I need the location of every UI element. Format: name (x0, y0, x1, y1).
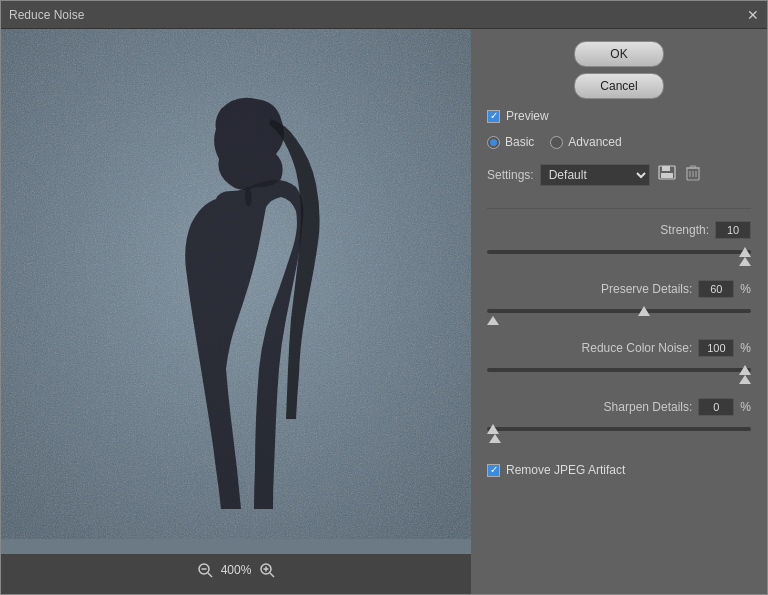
preserve-details-slider[interactable] (487, 309, 751, 313)
close-button[interactable]: ✕ (747, 7, 759, 23)
delete-settings-button[interactable] (684, 163, 702, 186)
svg-rect-11 (662, 166, 670, 171)
preserve-details-label: Preserve Details: (601, 282, 692, 296)
sharpen-details-percent: % (740, 400, 751, 414)
controls-area: OK Cancel ✓ Preview Basic Advanced (471, 29, 767, 594)
cancel-button[interactable]: Cancel (574, 73, 664, 99)
sharpen-details-slider[interactable] (487, 427, 751, 431)
basic-radio[interactable]: Basic (487, 135, 534, 149)
advanced-label: Advanced (568, 135, 621, 149)
reduce-color-noise-label-row: Reduce Color Noise: 100 % (487, 339, 751, 357)
settings-select[interactable]: Default Custom (540, 164, 650, 186)
preserve-details-label-row: Preserve Details: 60 % (487, 280, 751, 298)
preview-row: ✓ Preview (487, 109, 751, 123)
advanced-radio[interactable]: Advanced (550, 135, 621, 149)
reduce-color-noise-percent: % (740, 341, 751, 355)
checkbox-check-icon: ✓ (490, 111, 498, 121)
basic-radio-circle (487, 136, 500, 149)
reduce-noise-dialog: Reduce Noise ✕ (0, 0, 768, 595)
reduce-color-noise-slider[interactable] (487, 368, 751, 372)
title-bar: Reduce Noise ✕ (1, 1, 767, 29)
reduce-color-noise-thumb-indicator (739, 375, 751, 384)
sharpen-details-group: Sharpen Details: 0 % (487, 398, 751, 443)
advanced-radio-circle (550, 136, 563, 149)
svg-line-7 (270, 573, 274, 577)
svg-rect-12 (661, 173, 673, 178)
strength-value[interactable]: 10 (715, 221, 751, 239)
svg-rect-15 (690, 166, 696, 168)
preview-canvas[interactable] (1, 29, 471, 554)
divider-1 (487, 208, 751, 209)
strength-slider[interactable] (487, 250, 751, 254)
sharpen-details-thumb-indicator (489, 434, 501, 443)
preserve-details-group: Preserve Details: 60 % (487, 280, 751, 325)
strength-label: Strength: (660, 223, 709, 237)
sharpen-details-value[interactable]: 0 (698, 398, 734, 416)
settings-row: Settings: Default Custom (487, 163, 751, 186)
reduce-color-noise-label: Reduce Color Noise: (582, 341, 693, 355)
remove-jpeg-label: Remove JPEG Artifact (506, 463, 625, 477)
remove-jpeg-row: ✓ Remove JPEG Artifact (487, 463, 751, 477)
strength-label-row: Strength: 10 (487, 221, 751, 239)
basic-label: Basic (505, 135, 534, 149)
sharpen-details-label: Sharpen Details: (604, 400, 693, 414)
zoom-in-icon (259, 562, 275, 578)
remove-jpeg-check-icon: ✓ (490, 465, 498, 475)
zoom-bar: 400% (197, 554, 276, 586)
preview-label: Preview (506, 109, 549, 123)
dialog-title: Reduce Noise (9, 8, 84, 22)
mode-radio-row: Basic Advanced (487, 135, 751, 149)
save-settings-button[interactable] (656, 163, 678, 186)
save-settings-icon (658, 165, 676, 181)
zoom-level: 400% (221, 563, 252, 577)
zoom-out-icon (197, 562, 213, 578)
svg-line-4 (208, 573, 212, 577)
strength-group: Strength: 10 (487, 221, 751, 266)
dialog-body: 400% OK Cancel (1, 29, 767, 594)
preserve-details-percent: % (740, 282, 751, 296)
sharpen-details-label-row: Sharpen Details: 0 % (487, 398, 751, 416)
zoom-out-button[interactable] (197, 562, 213, 578)
reduce-color-noise-value[interactable]: 100 (698, 339, 734, 357)
delete-settings-icon (686, 165, 700, 181)
zoom-in-button[interactable] (259, 562, 275, 578)
preserve-details-value[interactable]: 60 (698, 280, 734, 298)
svg-rect-2 (1, 29, 471, 539)
preserve-details-thumb-indicator (487, 316, 499, 325)
reduce-color-noise-group: Reduce Color Noise: 100 % (487, 339, 751, 384)
preview-checkbox[interactable]: ✓ (487, 110, 500, 123)
action-buttons: OK Cancel (487, 41, 751, 99)
preview-area: 400% (1, 29, 471, 594)
remove-jpeg-checkbox[interactable]: ✓ (487, 464, 500, 477)
settings-label: Settings: (487, 168, 534, 182)
preview-image (1, 29, 471, 539)
strength-thumb-indicator (739, 257, 751, 266)
ok-button[interactable]: OK (574, 41, 664, 67)
